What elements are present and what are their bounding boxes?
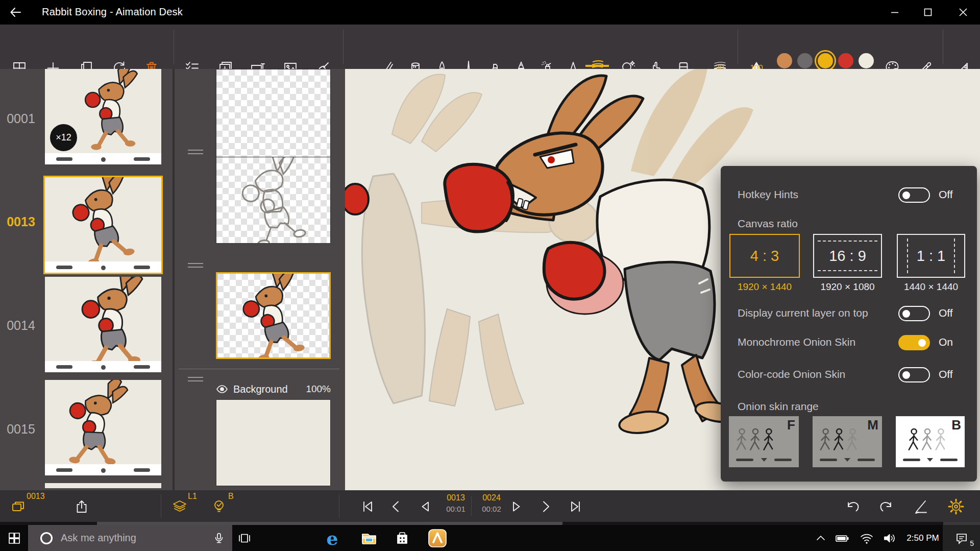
swatch-yellow-selected[interactable] [818,53,833,68]
hotkey-hints-toggle[interactable] [898,187,930,203]
swatch-red[interactable] [838,53,853,68]
toolbar-divider [343,30,344,64]
colorcode-onion-toggle[interactable] [898,367,930,382]
edge-browser-icon[interactable]: e [320,525,345,551]
back-icon[interactable] [9,6,22,19]
bottombar-divider [339,494,339,518]
edit-pen-icon[interactable] [912,497,930,516]
step-forward-icon[interactable] [507,497,526,516]
cortana-icon [39,531,54,545]
undo-icon[interactable] [843,497,862,516]
toolbar-divider [943,30,943,64]
layer-drag-handle[interactable] [188,263,203,270]
swatch-white[interactable] [859,53,874,68]
hotkey-hints-state: Off [939,188,953,201]
ratio-guide [954,238,955,273]
ratio-option-1-1[interactable]: 1 : 1 [897,234,965,278]
layer-opacity: 100% [306,384,331,395]
frame-thumbnail-selected[interactable] [45,177,161,273]
next-icon[interactable] [536,497,555,516]
onion-range-label: Onion skin range [738,400,819,413]
layer-divider [179,369,339,369]
onion-range-forward[interactable]: F [729,416,799,467]
frame-thumbnail-partial[interactable] [45,483,161,488]
volume-icon[interactable] [879,525,900,551]
layer-drag-handle[interactable] [188,377,203,384]
redo-icon[interactable] [877,497,896,516]
onion-range-middle[interactable]: M [813,416,882,467]
frame-strip [45,261,161,273]
visibility-eye-icon[interactable] [216,383,228,395]
layer-drag-handle[interactable] [188,150,203,157]
bottom-bar: 0013 L1 B 0013 00:01 0024 00:02 [0,490,980,522]
previous-icon[interactable] [387,497,405,516]
microphone-icon[interactable] [213,532,225,544]
swatch-orange[interactable] [777,53,792,68]
display-layer-top-state: Off [939,307,953,319]
frames-count-icon[interactable] [9,497,28,516]
selected-tool-underline [585,65,609,67]
range-marker [927,458,933,462]
display-layer-top-toggle[interactable] [898,306,930,321]
onion-range-backward-selected[interactable]: B [896,416,965,467]
frame-number-selected: 0013 [0,214,42,229]
frame-strip [45,153,161,164]
file-explorer-icon[interactable] [357,525,381,551]
ratio-option-4-3[interactable]: 4 : 3 [729,234,800,278]
toolbar: 30 100 [0,25,980,69]
current-time: 00:01 [438,505,474,513]
search-box[interactable]: Ask me anything [28,525,232,551]
aimation-app-icon[interactable] [425,525,450,551]
close-button[interactable] [948,0,978,25]
frame-thumbnail[interactable]: ×12 [45,69,161,164]
maximize-button[interactable] [913,0,943,25]
frame-thumbnail[interactable] [45,380,161,475]
titlebar: Rabbit Boxing - Aimation Desk [0,0,980,25]
frame-number: 0014 [0,318,42,333]
frame-number: 0001 [0,111,42,126]
range-dash [940,459,958,461]
colorcode-onion-state: Off [939,368,953,380]
settings-flyout: Hotkey Hints Off Canvas ratio 4 : 3 1920… [721,166,977,482]
layer-thumbnail-background[interactable] [216,399,331,486]
lightbox-badge: B [228,492,234,501]
tray-chevron-icon[interactable] [811,525,831,551]
display-layer-top-label: Display current layer on top [738,307,868,319]
monochrome-onion-label: Monochrome Onion Skin [738,336,855,348]
canvas-ratio-label: Canvas ratio [738,218,798,230]
taskbar-clock[interactable]: 2:50 PM [902,525,943,551]
ratio-value: 1 : 1 [917,248,945,265]
layer-row-background[interactable]: Background 100% [216,381,331,397]
swatch-gray[interactable] [797,53,813,68]
store-icon[interactable] [390,525,414,551]
battery-icon[interactable] [832,525,852,551]
window-title: Rabbit Boxing - Aimation Desk [42,6,183,18]
layers-count-icon[interactable] [170,497,189,516]
current-frame-counter: 0013 00:01 [438,493,474,513]
step-back-icon[interactable] [416,497,434,516]
minimize-button[interactable] [880,0,910,25]
layer-thumbnail-outline[interactable] [216,157,331,244]
notification-count: 5 [970,539,974,547]
ratio-option-16-9[interactable]: 16 : 9 [813,234,882,278]
skip-to-start-icon[interactable] [358,497,377,516]
skip-to-end-icon[interactable] [567,497,585,516]
lightbox-icon[interactable] [210,497,229,516]
task-view-button[interactable] [232,525,257,551]
layer-thumbnail-color-selected[interactable] [216,272,331,359]
ratio-guide [818,270,877,271]
settings-gear-icon[interactable] [947,497,965,516]
export-icon[interactable] [72,497,91,516]
ratio-value: 16 : 9 [829,248,866,265]
range-dash [903,459,920,461]
monochrome-onion-toggle[interactable] [898,335,930,350]
app-window: Rabbit Boxing - Aimation Desk [0,0,980,551]
range-dash [857,459,875,461]
range-dash [774,459,792,461]
frame-thumbnail[interactable] [45,277,161,372]
taskbar: Ask me anything e 2:50 PM 5 [0,525,980,551]
wifi-icon[interactable] [856,525,877,551]
start-button[interactable] [0,525,28,551]
action-center-button[interactable]: 5 [943,525,980,551]
frame-strip [45,361,161,372]
